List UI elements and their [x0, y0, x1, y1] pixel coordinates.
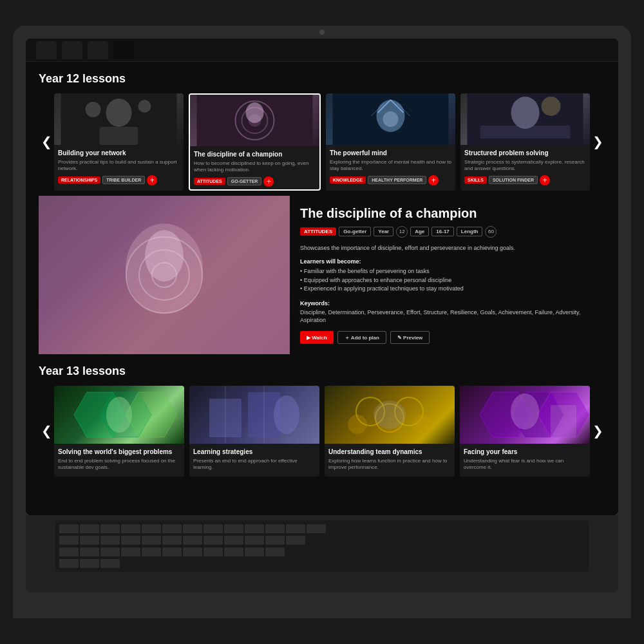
laptop-shell: Year 12 lessons ❮	[13, 26, 631, 618]
svg-point-16	[383, 111, 399, 127]
detail-showcase: Showcases the importance of discipline, …	[300, 244, 595, 252]
nav-tab-4[interactable]	[113, 41, 134, 59]
tag-knowledge: KNOWLEDGE	[330, 176, 366, 184]
year13-next-arrow[interactable]: ❯	[590, 412, 605, 450]
nav-tab-1[interactable]	[36, 41, 57, 59]
card-title-3: The powerful mind	[330, 149, 451, 157]
key	[80, 536, 99, 545]
card-tags-2: ATTITUDES Go-getter +	[194, 176, 316, 187]
preview-button[interactable]: ✎ Preview	[390, 331, 430, 344]
key	[162, 536, 182, 545]
key	[142, 547, 161, 556]
lesson-card-1[interactable]: Building your network Provides practical…	[54, 93, 184, 191]
svg-point-3	[86, 102, 101, 117]
svg-point-4	[138, 100, 151, 113]
key	[245, 547, 264, 556]
add-btn-3[interactable]: +	[428, 175, 439, 185]
year12-next-arrow[interactable]: ❯	[590, 122, 605, 161]
key	[307, 524, 326, 533]
bullet-3: • Experienced in applying practical tech…	[300, 285, 595, 294]
detail-tag-year-label: Year	[374, 227, 393, 236]
key	[121, 524, 140, 533]
y13-card-title-1: Solving the world's biggest problems	[58, 448, 180, 456]
card-tags-3: KNOWLEDGE Healthy performer +	[330, 175, 451, 185]
key	[265, 524, 285, 533]
key	[59, 559, 79, 568]
card-info-1: Building your network Provides practical…	[54, 145, 184, 188]
lesson-card-2[interactable]: The discipline of a champion How to beco…	[189, 93, 321, 191]
lesson-card-3[interactable]: The powerful mind Exploring the importan…	[326, 93, 455, 191]
key	[100, 559, 120, 568]
lesson-card-4[interactable]: Structured problem solving Strategic pro…	[460, 93, 590, 191]
add-plan-button[interactable]: ＋ Add to plan	[337, 331, 386, 344]
key	[142, 536, 161, 545]
card-info-4: Structured problem solving Strategic pro…	[460, 145, 590, 188]
y13-card-thumb-4	[460, 386, 590, 444]
detail-actions: ▶ Watch ＋ Add to plan ✎ Preview	[300, 331, 595, 344]
y13-card-thumb-1	[54, 386, 184, 444]
detail-title: The discipline of a champion	[300, 206, 595, 221]
key	[142, 524, 161, 533]
detail-tag-length-num: 60	[485, 226, 497, 238]
spacebar-key	[80, 559, 99, 568]
key	[59, 536, 79, 545]
key	[265, 547, 285, 556]
key	[245, 536, 264, 545]
year13-prev-arrow[interactable]: ❮	[39, 412, 54, 450]
nav-tab-3[interactable]	[88, 41, 108, 59]
detail-bullets: • Familiar with the benefits of persever…	[300, 267, 595, 294]
key	[80, 547, 99, 556]
add-btn-1[interactable]: +	[147, 175, 157, 185]
key	[183, 547, 202, 556]
key	[286, 536, 305, 545]
detail-tag-age-label: Age	[410, 227, 429, 236]
card-thumb-2	[190, 95, 319, 146]
year13-carousel: ❮	[39, 386, 605, 477]
y13-lesson-card-4[interactable]: Facing your fears Understanding what fea…	[460, 386, 590, 477]
key	[204, 536, 223, 545]
key	[224, 547, 243, 556]
card-title-4: Structured problem solving	[464, 149, 586, 157]
key	[204, 547, 223, 556]
tag-skills: SKILLS	[464, 176, 487, 184]
key	[224, 524, 243, 533]
card-info-2: The discipline of a champion How to beco…	[190, 146, 319, 189]
svg-point-35	[348, 415, 367, 434]
card-title-1: Building your network	[58, 149, 180, 157]
card-info-3: The powerful mind Exploring the importan…	[326, 145, 455, 188]
add-btn-2[interactable]: +	[263, 176, 274, 187]
tag-attitudes: ATTITUDES	[194, 178, 225, 185]
detail-tag-age-range: 16-17	[431, 227, 453, 236]
svg-point-29	[274, 395, 299, 434]
main-content: Year 12 lessons ❮	[26, 62, 618, 492]
tag-solution-finder: Solution finder	[489, 176, 538, 184]
svg-point-37	[374, 401, 406, 429]
detail-image	[39, 196, 290, 354]
year12-prev-arrow[interactable]: ❮	[39, 122, 54, 161]
watch-button[interactable]: ▶ Watch	[300, 331, 334, 344]
y13-lesson-card-1[interactable]: Solving the world's biggest problems End…	[54, 386, 184, 477]
year13-title: Year 13 lessons	[39, 365, 605, 378]
detail-tag-year-num: 12	[396, 226, 408, 238]
key	[80, 524, 99, 533]
y13-card-desc-1: End to end problem solving process focus…	[58, 458, 180, 471]
card-desc-3: Exploring the importance of mental healt…	[330, 159, 451, 173]
card-thumb-4	[460, 93, 590, 145]
detail-tag-attitudes: ATTITUDES	[300, 227, 336, 236]
key	[245, 524, 264, 533]
year12-cards-row: Building your network Provides practical…	[54, 93, 590, 191]
detail-panel: The discipline of a champion ATTITUDES G…	[39, 196, 605, 354]
key	[224, 536, 243, 545]
y13-card-title-2: Learning strategies	[193, 448, 316, 456]
y13-lesson-card-2[interactable]: Learning strategies Presents an end to e…	[189, 386, 319, 477]
nav-tab-2[interactable]	[62, 41, 82, 59]
svg-point-41	[511, 393, 539, 430]
tag-tribe-builder: Tribe builder	[102, 176, 145, 184]
tag-relationships: RELATIONSHIPS	[58, 176, 100, 184]
key	[121, 536, 140, 545]
add-btn-4[interactable]: +	[540, 175, 550, 185]
y13-lesson-card-3[interactable]: Understanding team dynamics Exploring ho…	[325, 386, 455, 477]
svg-point-1	[106, 99, 132, 127]
key	[265, 536, 285, 545]
detail-tags: ATTITUDES Go-getter Year 12 Age 16-17 Le…	[300, 226, 595, 238]
